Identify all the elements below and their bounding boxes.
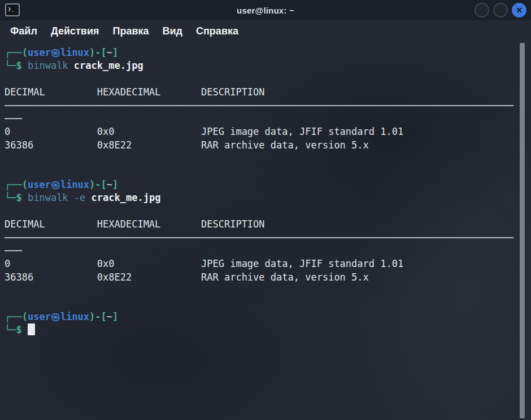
terminal-text: ㉿ xyxy=(51,311,60,322)
menubar: Файл Действия Правка Вид Справка xyxy=(0,20,531,42)
minimize-button[interactable] xyxy=(475,3,489,18)
terminal-text: linux xyxy=(60,179,89,190)
terminal-text: ~ xyxy=(107,47,112,58)
terminal-text: linux xyxy=(60,311,89,322)
menu-item-actions[interactable]: Действия xyxy=(51,25,99,37)
terminal-line: 0 0x0 JPEG image data, JFIF standard 1.0… xyxy=(5,257,519,270)
terminal-line: └─$ binwalk crack_me.jpg xyxy=(5,59,519,72)
terminal-line: └─$ binwalk -e crack_me.jpg xyxy=(5,191,519,204)
terminal-line xyxy=(5,298,519,310)
terminal-text: ┌──( xyxy=(5,179,28,190)
terminal-line xyxy=(5,205,519,218)
terminal-text: ] xyxy=(112,179,118,190)
terminal-text: crack_me.jpg xyxy=(92,192,161,203)
terminal-line: 36386 0x8E22 RAR archive data, version 5… xyxy=(5,271,519,284)
window-controls: ✕ xyxy=(475,2,526,18)
terminal-line: DECIMAL HEXADECIMAL DESCRIPTION xyxy=(5,86,519,99)
close-button[interactable]: ✕ xyxy=(512,3,526,18)
terminal-text: ] xyxy=(112,311,118,322)
terminal-cursor xyxy=(28,323,35,335)
terminal-line: ────────────────────────────────────────… xyxy=(5,99,519,112)
menu-item-view[interactable]: Вид xyxy=(163,25,183,37)
terminal-text: -e xyxy=(74,192,92,203)
terminal-line: ┌──(user㉿linux)-[~] xyxy=(5,178,519,191)
terminal-text: ────────────────────────────────────────… xyxy=(5,100,513,111)
terminal-text: crack_me.jpg xyxy=(74,60,143,71)
terminal-text: binwalk xyxy=(28,192,74,203)
terminal-line: 0 0x0 JPEG image data, JFIF standard 1.0… xyxy=(5,125,519,138)
terminal-text: ] xyxy=(112,47,118,58)
window-title: user@linux: ~ xyxy=(0,6,531,15)
menu-item-help[interactable]: Справка xyxy=(196,25,238,37)
menu-item-file[interactable]: Файл xyxy=(10,25,37,37)
menu-item-edit[interactable]: Правка xyxy=(112,25,149,37)
terminal-output[interactable]: ┌──(user㉿linux)-[~]└─$ binwalk crack_me.… xyxy=(5,46,519,420)
titlebar: ❯_ user@linux: ~ ✕ xyxy=(0,0,531,20)
terminal-text: ┌──( xyxy=(5,311,28,322)
terminal-text: ────────────────────────────────────────… xyxy=(5,232,513,243)
terminal-line: ┌──(user㉿linux)-[~] xyxy=(5,46,519,59)
terminal-line: └─$ xyxy=(5,323,519,336)
terminal-line xyxy=(5,284,519,297)
terminal-text: └─$ xyxy=(5,60,28,71)
terminal-text: 36386 0x8E22 RAR archive data, version 5… xyxy=(5,139,369,151)
terminal-text: ㉿ xyxy=(51,179,60,190)
terminal-line: ────────────────────────────────────────… xyxy=(5,231,519,244)
scrollbar-thumb[interactable] xyxy=(520,43,525,418)
terminal-text: user xyxy=(28,179,51,190)
terminal-line xyxy=(5,73,519,86)
terminal-text: ─── xyxy=(5,245,22,256)
terminal-line xyxy=(5,152,519,165)
terminal-text: )-[ xyxy=(89,47,107,58)
terminal-line xyxy=(5,165,519,178)
terminal-app-icon: ❯_ xyxy=(5,3,20,16)
terminal-text: 0 0x0 JPEG image data, JFIF standard 1.0… xyxy=(5,126,403,137)
terminal-text: ┌──( xyxy=(5,47,28,58)
terminal-text: user xyxy=(28,311,51,322)
terminal-text: ─── xyxy=(5,113,22,124)
terminal-line: ┌──(user㉿linux)-[~] xyxy=(5,310,519,323)
maximize-button[interactable] xyxy=(493,3,508,18)
terminal-text: )-[ xyxy=(89,179,107,190)
terminal-text: user xyxy=(28,47,51,58)
terminal-text: └─$ xyxy=(5,324,28,335)
terminal-text: DECIMAL HEXADECIMAL DESCRIPTION xyxy=(5,218,265,230)
terminal-text: ~ xyxy=(107,311,112,322)
terminal-text: )-[ xyxy=(89,311,107,322)
terminal-line: 36386 0x8E22 RAR archive data, version 5… xyxy=(5,139,519,152)
terminal-text: └─$ xyxy=(5,192,28,203)
terminal-text: 0 0x0 JPEG image data, JFIF standard 1.0… xyxy=(5,258,403,269)
terminal-text: ~ xyxy=(107,179,112,190)
terminal-line: DECIMAL HEXADECIMAL DESCRIPTION xyxy=(5,218,519,231)
terminal-text: linux xyxy=(60,47,89,58)
terminal-line: ─── xyxy=(5,112,519,125)
terminal-line: ─── xyxy=(5,244,519,257)
terminal-text: binwalk xyxy=(28,60,74,71)
terminal-text: 36386 0x8E22 RAR archive data, version 5… xyxy=(5,272,369,283)
terminal-text: ㉿ xyxy=(51,47,60,58)
scrollbar-track xyxy=(519,42,531,420)
terminal-text: DECIMAL HEXADECIMAL DESCRIPTION xyxy=(5,86,265,98)
